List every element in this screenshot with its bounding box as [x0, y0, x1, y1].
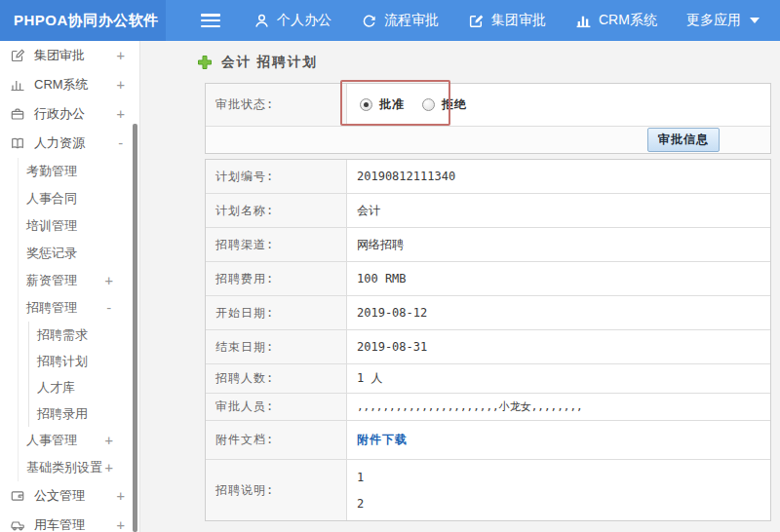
nav-more-apps[interactable]: 更多应用	[686, 12, 760, 29]
description-line: 1	[357, 471, 770, 484]
field-label: 招聘人数:	[206, 364, 347, 393]
nav-label: 集团审批	[491, 12, 546, 29]
sidebar-item-talent-pool[interactable]: 人才库	[29, 374, 139, 400]
sidebar-item-recruit-hire[interactable]: 招聘录用	[29, 400, 139, 427]
table-row: 招聘费用: 100 RMB	[206, 262, 770, 296]
book-icon	[10, 135, 25, 151]
radio-reject-label: 拒绝	[442, 96, 467, 113]
approval-status-row: 审批状态: 批准 拒绝	[206, 84, 770, 127]
end-date-value: 2019-08-31	[347, 330, 770, 363]
approval-radio-group: 批准 拒绝	[360, 96, 485, 113]
nav-personal-office[interactable]: 个人办公	[254, 12, 332, 29]
sidebar-item-hr-contract[interactable]: 人事合同	[19, 185, 139, 212]
bar-chart-icon	[575, 13, 592, 29]
description-line: 2	[357, 497, 770, 511]
approval-status-value: 批准 拒绝	[347, 84, 770, 126]
collapse-icon[interactable]: -	[117, 135, 125, 151]
approval-info-button[interactable]: 审批信息	[647, 128, 720, 152]
plan-number-value: 20190812111340	[347, 160, 770, 193]
sidebar-label: 集团审批	[34, 47, 85, 64]
table-row: 招聘渠道: 网络招聘	[206, 228, 770, 262]
top-nav: 个人办公 流程审批 集团审批 CRM系统 更多应用	[254, 12, 760, 29]
table-row: 附件文档: 附件下载	[206, 421, 770, 460]
app-window: PHPOA协同办公软件 个人办公 流程审批 集团审批 CRM系统 更多应用	[0, 0, 780, 532]
sidebar-label: 薪资管理	[26, 272, 77, 289]
sidebar-label: CRM系统	[34, 76, 89, 94]
sidebar-label: 人事合同	[26, 190, 77, 208]
sidebar-item-base-category[interactable]: 基础类别设置 +	[19, 454, 139, 481]
sidebar-label: 人事管理	[26, 432, 77, 449]
nav-workflow-approval[interactable]: 流程审批	[361, 12, 439, 29]
radio-approve[interactable]	[360, 98, 372, 111]
sidebar-item-training-mgmt[interactable]: 培训管理	[19, 212, 139, 240]
field-label: 附件文档:	[206, 421, 347, 459]
attachment-download-link[interactable]: 附件下载	[357, 432, 408, 448]
sidebar-item-recruit-mgmt[interactable]: 招聘管理 -	[19, 294, 139, 322]
sidebar-item-recruit-demand[interactable]: 招聘需求	[29, 322, 139, 348]
sidebar-label: 公文管理	[34, 487, 85, 505]
nav-label: CRM系统	[599, 12, 657, 29]
sidebar-label: 用车管理	[34, 516, 85, 532]
hr-submenu: 考勤管理 人事合同 培训管理 奖惩记录 薪资管理 + 招聘管理 - 招聘需求	[18, 158, 139, 481]
sidebar-label: 招聘需求	[37, 326, 88, 344]
main-content: 会计 招聘计划 审批状态: 批准 拒绝	[141, 41, 780, 532]
recruit-channel-value: 网络招聘	[347, 228, 770, 261]
field-label: 计划编号:	[206, 160, 347, 193]
sidebar-item-human-resources[interactable]: 人力资源 -	[0, 129, 139, 158]
bar-chart-icon	[10, 77, 25, 93]
expand-icon[interactable]: +	[117, 488, 125, 504]
approvers-value: ,,,,,,,,,,,,,,,,,,,,,,小龙女,,,,,,,,	[347, 394, 770, 420]
sidebar-item-salary-mgmt[interactable]: 薪资管理 +	[19, 267, 139, 294]
recruit-submenu: 招聘需求 招聘计划 人才库 招聘录用	[28, 322, 139, 427]
sidebar-item-personnel-mgmt[interactable]: 人事管理 +	[19, 427, 139, 454]
nav-label: 更多应用	[686, 12, 741, 29]
sidebar-item-recruit-plan[interactable]: 招聘计划	[29, 348, 139, 374]
expand-icon[interactable]: +	[105, 433, 113, 448]
nav-crm-system[interactable]: CRM系统	[575, 12, 657, 29]
plan-name-value: 会计	[347, 194, 770, 227]
plan-detail-table: 计划编号: 20190812111340 计划名称: 会计 招聘渠道: 网络招聘…	[205, 159, 771, 521]
sidebar-label: 招聘管理	[26, 299, 77, 317]
hamburger-menu-icon[interactable]	[201, 14, 220, 27]
top-bar: PHPOA协同办公软件 个人办公 流程审批 集团审批 CRM系统 更多应用	[0, 0, 780, 41]
sidebar-label: 招聘录用	[37, 405, 88, 423]
sidebar-item-admin-office[interactable]: 行政办公 +	[0, 99, 139, 129]
expand-icon[interactable]: +	[117, 77, 125, 93]
sidebar-item-document-mgmt[interactable]: 公文管理 +	[0, 481, 139, 511]
briefcase-icon	[10, 106, 25, 122]
document-icon	[10, 488, 25, 504]
expand-icon[interactable]: +	[105, 460, 113, 475]
expand-icon[interactable]: +	[105, 273, 113, 288]
sidebar-item-group-approval[interactable]: 集团审批 +	[0, 41, 139, 70]
table-row: 计划名称: 会计	[206, 194, 770, 228]
sidebar-item-reward-punish[interactable]: 奖惩记录	[19, 240, 139, 267]
sidebar-item-vehicle-mgmt[interactable]: 用车管理 +	[0, 511, 139, 532]
field-label: 招聘说明:	[206, 460, 347, 520]
approval-button-row: 审批信息	[206, 127, 770, 153]
sidebar-scrollbar-thumb[interactable]	[133, 124, 137, 532]
nav-label: 流程审批	[384, 12, 439, 29]
expand-icon[interactable]: +	[117, 106, 125, 122]
nav-group-approval[interactable]: 集团审批	[468, 12, 546, 29]
page-title-row: 会计 招聘计划	[197, 54, 318, 71]
expand-icon[interactable]: +	[117, 48, 125, 63]
field-label: 招聘渠道:	[206, 228, 347, 261]
sidebar-scrollbar[interactable]	[133, 41, 138, 532]
sidebar-label: 人才库	[37, 379, 75, 397]
sidebar-item-attendance-mgmt[interactable]: 考勤管理	[19, 158, 139, 185]
expand-icon[interactable]: +	[117, 517, 125, 532]
field-label: 结束日期:	[206, 330, 347, 363]
sidebar-item-crm-system[interactable]: CRM系统 +	[0, 70, 139, 99]
table-row: 招聘人数: 1 人	[206, 364, 770, 394]
user-icon	[254, 13, 270, 29]
recruit-description-value: 1 2	[347, 460, 770, 520]
nav-label: 个人办公	[277, 12, 332, 29]
edit-icon	[10, 48, 25, 63]
collapse-icon[interactable]: -	[105, 300, 113, 316]
app-logo[interactable]: PHPOA协同办公软件	[0, 0, 166, 41]
radio-reject[interactable]	[422, 98, 435, 111]
sidebar-label: 招聘计划	[37, 353, 88, 370]
radio-approve-label: 批准	[379, 96, 405, 113]
add-icon[interactable]	[197, 55, 213, 70]
table-row: 开始日期: 2019-08-12	[206, 296, 770, 330]
